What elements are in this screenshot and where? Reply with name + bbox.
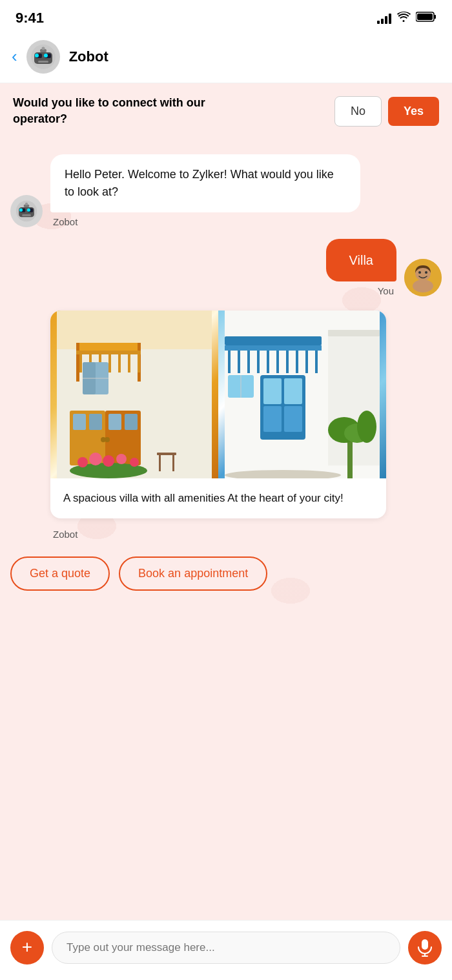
signal-icon <box>377 12 391 24</box>
message-input[interactable] <box>52 932 400 964</box>
svg-rect-37 <box>128 354 130 373</box>
bot-sender-label: Zobot <box>50 216 80 227</box>
svg-point-20 <box>25 203 28 205</box>
villa-description: A spacious villa with all amenities At t… <box>50 478 386 518</box>
svg-rect-57 <box>159 455 161 471</box>
user-sender-label: You <box>375 285 396 296</box>
bot-avatar-chat <box>10 195 43 227</box>
svg-rect-76 <box>263 406 282 432</box>
svg-rect-46 <box>108 414 121 430</box>
status-time: 9:41 <box>15 10 44 26</box>
svg-rect-63 <box>228 351 231 373</box>
svg-point-49 <box>105 437 110 442</box>
bot-message-welcome: Hello Peter. Welcome to Zylker! What wou… <box>10 154 442 227</box>
svg-point-52 <box>89 453 102 465</box>
mic-icon <box>417 939 433 957</box>
mic-button[interactable] <box>408 931 442 965</box>
svg-rect-77 <box>284 406 302 432</box>
banner-buttons: No Yes <box>334 96 439 127</box>
svg-point-87 <box>357 411 376 443</box>
svg-rect-36 <box>118 354 121 373</box>
svg-rect-47 <box>125 414 138 430</box>
svg-rect-70 <box>296 351 298 373</box>
svg-rect-31 <box>76 351 141 354</box>
yes-button[interactable]: Yes <box>388 97 439 126</box>
svg-rect-65 <box>247 351 250 373</box>
svg-point-53 <box>103 455 114 467</box>
svg-point-24 <box>418 271 421 274</box>
svg-rect-58 <box>172 455 174 471</box>
svg-rect-75 <box>284 378 302 404</box>
svg-rect-82 <box>328 330 380 336</box>
svg-rect-38 <box>138 354 140 373</box>
svg-rect-74 <box>263 378 282 404</box>
svg-rect-61 <box>225 336 322 345</box>
villa-image-left <box>50 311 218 478</box>
svg-rect-71 <box>305 351 308 373</box>
svg-rect-62 <box>225 345 322 351</box>
svg-point-25 <box>425 271 427 274</box>
operator-banner: Would you like to connect with our opera… <box>0 83 452 139</box>
user-avatar <box>404 259 442 296</box>
svg-rect-69 <box>286 351 289 373</box>
svg-rect-45 <box>89 414 102 430</box>
battery-icon <box>416 11 437 25</box>
input-area: + <box>0 920 452 980</box>
svg-rect-2 <box>417 14 433 20</box>
svg-rect-9 <box>38 61 48 63</box>
svg-point-17 <box>27 209 30 212</box>
svg-rect-66 <box>257 351 260 373</box>
wifi-icon <box>396 12 411 25</box>
svg-rect-72 <box>315 351 318 373</box>
bot-name: Zobot <box>69 48 108 65</box>
svg-rect-68 <box>276 351 279 373</box>
svg-point-55 <box>130 458 139 467</box>
svg-rect-1 <box>434 15 436 19</box>
svg-point-51 <box>77 457 88 467</box>
action-buttons: Get a quote Book an appointment <box>10 546 442 596</box>
svg-rect-89 <box>422 939 428 950</box>
svg-point-54 <box>116 454 127 464</box>
user-bubble-text: Villa <box>326 239 396 281</box>
svg-rect-44 <box>73 414 86 430</box>
svg-point-15 <box>19 209 23 212</box>
svg-rect-67 <box>267 351 269 373</box>
svg-point-23 <box>413 280 433 292</box>
bot-bubble-text: Hello Peter. Welcome to Zylker! What wou… <box>50 154 360 212</box>
villa-image-right <box>218 311 386 478</box>
header-nav: ‹ Zobot <box>0 34 452 83</box>
operator-question: Would you like to connect with our opera… <box>13 95 232 127</box>
book-appointment-button[interactable]: Book an appointment <box>119 556 267 591</box>
get-quote-button[interactable]: Get a quote <box>10 556 110 591</box>
svg-rect-32 <box>79 354 82 373</box>
svg-rect-18 <box>22 214 31 216</box>
svg-rect-64 <box>238 351 240 373</box>
add-button[interactable]: + <box>10 931 44 965</box>
bot-bubble-wrap: Hello Peter. Welcome to Zylker! What wou… <box>50 154 360 227</box>
status-bar: 9:41 <box>0 0 452 34</box>
svg-rect-35 <box>108 354 111 373</box>
plus-icon: + <box>22 938 32 956</box>
svg-point-8 <box>44 54 48 57</box>
user-message-villa: Villa You <box>10 239 442 296</box>
svg-point-11 <box>41 47 45 50</box>
back-button[interactable]: ‹ <box>12 48 17 65</box>
bot-avatar-header <box>26 40 60 74</box>
chat-area: Hello Peter. Welcome to Zylker! What wou… <box>0 139 452 920</box>
svg-point-6 <box>35 54 39 57</box>
villa-sender-label: Zobot <box>50 529 80 540</box>
svg-rect-28 <box>76 343 141 351</box>
svg-rect-83 <box>328 336 380 465</box>
status-icons <box>377 11 437 25</box>
user-bubble-wrap: Villa You <box>326 239 396 296</box>
svg-rect-56 <box>157 453 176 455</box>
no-button[interactable]: No <box>334 96 382 127</box>
villa-card: A spacious villa with all amenities At t… <box>50 311 386 518</box>
svg-rect-29 <box>76 343 79 382</box>
villa-images <box>50 311 386 478</box>
